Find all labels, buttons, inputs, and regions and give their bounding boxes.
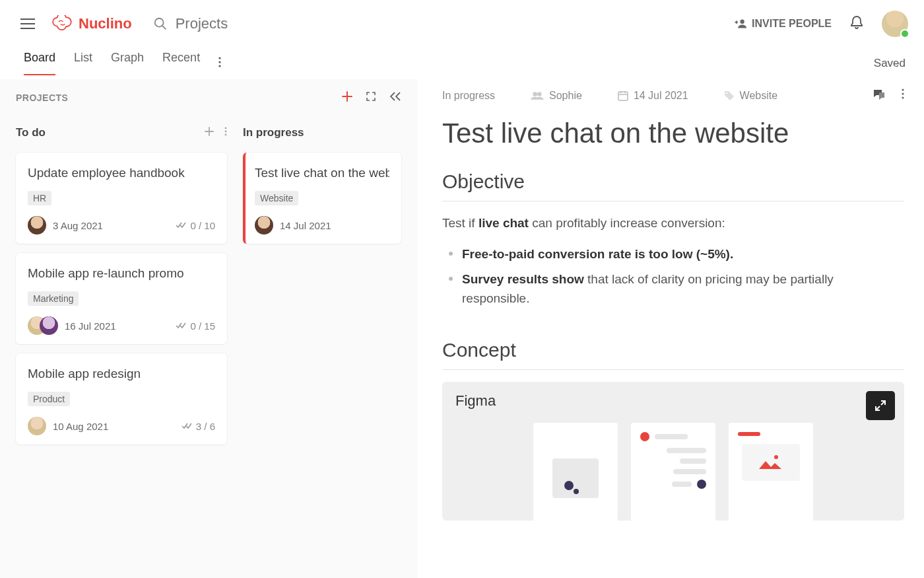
column-add-button[interactable] — [205, 126, 214, 139]
invite-people-button[interactable]: INVITE PEOPLE — [735, 18, 832, 30]
card-date: 14 Jul 2021 — [280, 220, 331, 231]
people-icon — [531, 91, 544, 100]
list-item: Survey results show that lack of clarity… — [442, 270, 904, 308]
embed-title: Figma — [455, 392, 891, 410]
card-date: 3 Aug 2021 — [53, 220, 103, 231]
card-tag: Product — [28, 392, 70, 406]
divider — [442, 369, 904, 370]
page-title: Test live chat on the website — [442, 118, 904, 149]
double-chevron-left-icon — [389, 92, 401, 101]
tag-icon — [724, 90, 735, 101]
column-title: To do — [16, 126, 46, 139]
expand-board-button[interactable] — [366, 91, 376, 104]
svg-point-1 — [740, 20, 744, 24]
expand-icon — [366, 91, 376, 102]
meta-tag[interactable]: Website — [724, 90, 778, 102]
board-column-todo: To do Update employee handbook HR — [16, 126, 227, 454]
svg-point-4 — [219, 65, 221, 67]
svg-point-2 — [219, 57, 221, 59]
svg-rect-10 — [618, 92, 628, 100]
svg-point-12 — [902, 89, 904, 90]
notifications-button[interactable] — [850, 15, 863, 32]
column-title: In progress — [243, 126, 304, 139]
mockup-frame — [729, 423, 813, 521]
view-more-button[interactable] — [218, 57, 221, 70]
view-tab-graph[interactable]: Graph — [111, 51, 144, 75]
card-tag: Website — [255, 191, 298, 205]
board-card[interactable]: Mobile app re-launch promo Marketing 16 … — [16, 253, 227, 344]
divider — [442, 201, 904, 201]
save-status: Saved — [874, 57, 908, 70]
view-tab-list[interactable]: List — [74, 51, 92, 75]
section-heading-objective: Objective — [442, 170, 904, 193]
board-title: PROJECTS — [16, 92, 68, 103]
objective-intro: Test if live chat can profitably increas… — [442, 213, 904, 233]
card-progress: 0 / 10 — [190, 220, 215, 231]
card-title: Mobile app redesign — [28, 367, 215, 381]
svg-point-8 — [533, 92, 537, 96]
svg-point-9 — [537, 92, 542, 96]
list-item: Free-to-paid conversion rate is too low … — [442, 244, 904, 264]
meta-assignee[interactable]: Sophie — [531, 90, 582, 102]
checklist-icon — [176, 221, 186, 229]
svg-point-11 — [725, 92, 727, 94]
more-vertical-icon — [224, 127, 227, 136]
card-date: 10 Aug 2021 — [53, 421, 108, 432]
card-title: Mobile app re-launch promo — [28, 266, 215, 281]
svg-point-3 — [219, 61, 221, 63]
section-heading-concept: Concept — [442, 339, 904, 361]
svg-point-13 — [902, 92, 904, 94]
hamburger-menu[interactable] — [16, 12, 40, 36]
brand-name: Nuclino — [79, 15, 132, 32]
checklist-icon — [182, 422, 192, 430]
comments-button[interactable] — [873, 89, 886, 103]
plus-icon — [342, 91, 352, 102]
board-card[interactable]: Test live chat on the web Website 14 Jul… — [243, 153, 401, 244]
objective-bullets: Free-to-paid conversion rate is too low … — [442, 244, 904, 308]
board-column-inprogress: In progress Test live chat on the web We… — [243, 126, 401, 454]
user-avatar[interactable] — [882, 11, 908, 37]
meta-status[interactable]: In progress — [442, 90, 495, 102]
assignee-avatar — [28, 417, 46, 435]
bell-icon — [850, 15, 863, 30]
brain-icon — [51, 15, 74, 32]
search-input[interactable] — [176, 15, 440, 32]
add-button[interactable] — [342, 90, 352, 105]
svg-point-14 — [902, 96, 904, 98]
assignee-avatar — [255, 216, 273, 235]
checklist-icon — [176, 322, 186, 330]
card-tag: HR — [28, 191, 51, 205]
view-tab-recent[interactable]: Recent — [162, 51, 200, 75]
assignee-avatar — [40, 316, 58, 335]
person-add-icon — [735, 18, 748, 29]
card-title: Test live chat on the web — [255, 166, 389, 180]
collapse-sidebar-button[interactable] — [389, 92, 401, 104]
column-more-button[interactable] — [224, 126, 227, 139]
figma-embed[interactable]: Figma — [442, 382, 904, 521]
board-card[interactable]: Mobile app redesign Product 10 Aug 2021 … — [16, 353, 227, 445]
mockup-frame — [631, 423, 715, 521]
assignee-avatar — [28, 216, 46, 235]
card-tag: Marketing — [28, 291, 79, 306]
figma-mockups — [455, 423, 891, 521]
card-progress: 3 / 6 — [196, 421, 215, 432]
search-icon[interactable] — [153, 17, 168, 31]
expand-embed-button[interactable] — [866, 391, 895, 420]
comments-icon — [873, 89, 886, 100]
svg-point-5 — [225, 127, 227, 129]
card-progress: 0 / 15 — [190, 320, 215, 332]
svg-point-7 — [225, 134, 227, 136]
mockup-frame — [533, 423, 618, 521]
expand-icon — [874, 400, 886, 412]
card-title: Update employee handbook — [28, 166, 215, 180]
calendar-icon — [618, 90, 628, 101]
svg-point-6 — [225, 131, 227, 133]
board-card[interactable]: Update employee handbook HR 3 Aug 2021 0… — [16, 153, 227, 244]
meta-date[interactable]: 14 Jul 2021 — [618, 90, 688, 102]
brand-logo[interactable]: Nuclino — [51, 15, 132, 32]
image-icon — [758, 453, 784, 472]
detail-more-button[interactable] — [902, 89, 904, 103]
plus-icon — [205, 127, 214, 136]
view-tab-board[interactable]: Board — [24, 51, 55, 75]
svg-point-15 — [774, 455, 778, 459]
